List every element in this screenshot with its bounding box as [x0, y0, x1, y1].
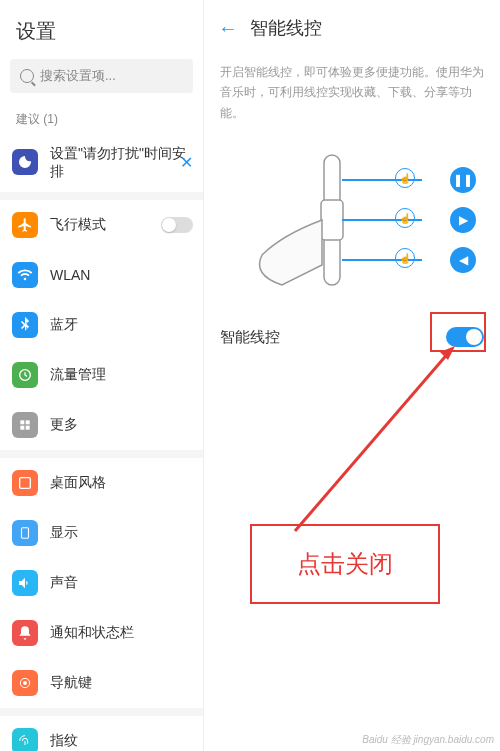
wifi-icon: [12, 262, 38, 288]
watermark: Baidu 经验 jingyan.baidu.com: [362, 733, 494, 747]
svg-rect-6: [22, 528, 29, 539]
separator: [0, 708, 203, 716]
sidebar-item-navkeys[interactable]: 导航键: [0, 658, 203, 708]
airplane-icon: [12, 212, 38, 238]
svg-line-11: [295, 351, 450, 531]
sidebar-item-sound[interactable]: 声音: [0, 558, 203, 608]
search-icon: [20, 69, 34, 83]
sound-icon: [12, 570, 38, 596]
annotation-arrow: [260, 346, 460, 546]
close-icon[interactable]: ✕: [180, 153, 193, 172]
detail-description: 开启智能线控，即可体验更多便捷功能。使用华为音乐时，可利用线控实现收藏、下载、分…: [204, 54, 500, 135]
sidebar-item-data[interactable]: 流量管理: [0, 350, 203, 400]
svg-point-7: [23, 681, 27, 685]
display-icon: [12, 520, 38, 546]
sidebar-item-label: 飞行模式: [50, 216, 106, 234]
detail-header: ← 智能线控: [204, 0, 500, 54]
svg-rect-4: [26, 426, 30, 430]
data-icon: [12, 362, 38, 388]
svg-rect-10: [321, 200, 343, 240]
airplane-toggle[interactable]: [161, 217, 193, 233]
svg-rect-5: [20, 478, 31, 489]
separator: [0, 450, 203, 458]
sidebar-item-label: 导航键: [50, 674, 92, 692]
back-icon[interactable]: ←: [218, 17, 238, 40]
sidebar-item-label: 蓝牙: [50, 316, 78, 334]
illustration: ☝ ☝ ☝ ❚❚ ▶ ◀: [220, 145, 484, 295]
sidebar-item-display[interactable]: 显示: [0, 508, 203, 558]
sidebar-item-notifications[interactable]: 通知和状态栏: [0, 608, 203, 658]
sidebar-item-desktop[interactable]: 桌面风格: [0, 458, 203, 508]
play-icon: ▶: [450, 207, 476, 233]
sidebar-item-label: 流量管理: [50, 366, 106, 384]
bell-icon: [12, 620, 38, 646]
sidebar-item-label: 指纹: [50, 732, 78, 750]
nav-icon: [12, 670, 38, 696]
toggle-label: 智能线控: [220, 328, 280, 347]
detail-title: 智能线控: [250, 16, 322, 40]
svg-rect-3: [20, 426, 24, 430]
annotation-text: 点击关闭: [297, 548, 393, 580]
separator: [0, 192, 203, 200]
sidebar-item-label: 通知和状态栏: [50, 624, 134, 642]
pause-icon: ❚❚: [450, 167, 476, 193]
sidebar-item-airplane[interactable]: 飞行模式: [0, 200, 203, 250]
page-title: 设置: [0, 0, 203, 59]
sidebar-item-fingerprint[interactable]: 指纹: [0, 716, 203, 751]
annotation-text-box: 点击关闭: [250, 524, 440, 604]
sidebar-item-label: 桌面风格: [50, 474, 106, 492]
sidebar-item-more[interactable]: 更多: [0, 400, 203, 450]
sidebar-item-label: 更多: [50, 416, 78, 434]
suggestion-label: 设置"请勿打扰"时间安排: [50, 144, 189, 180]
sidebar-item-label: 显示: [50, 524, 78, 542]
sidebar-item-label: 声音: [50, 574, 78, 592]
sidebar-item-label: WLAN: [50, 267, 90, 283]
desktop-icon: [12, 470, 38, 496]
moon-icon: [12, 149, 38, 175]
search-input[interactable]: 搜索设置项...: [10, 59, 193, 93]
sidebar-item-wlan[interactable]: WLAN: [0, 250, 203, 300]
more-icon: [12, 412, 38, 438]
svg-rect-1: [20, 421, 24, 425]
svg-rect-2: [26, 421, 30, 425]
settings-sidebar: 设置 搜索设置项... 建议 (1) 设置"请勿打扰"时间安排 ✕ 飞行模式 W…: [0, 0, 204, 751]
fingerprint-icon: [12, 728, 38, 751]
prev-icon: ◀: [450, 247, 476, 273]
suggestion-dnd[interactable]: 设置"请勿打扰"时间安排 ✕: [0, 132, 203, 192]
suggestions-header: 建议 (1): [0, 105, 203, 132]
bluetooth-icon: [12, 312, 38, 338]
sidebar-item-bluetooth[interactable]: 蓝牙: [0, 300, 203, 350]
search-placeholder: 搜索设置项...: [40, 67, 116, 85]
